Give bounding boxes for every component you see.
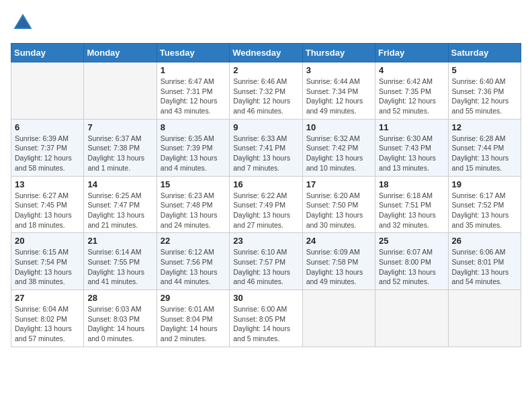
day-number: 26	[452, 236, 517, 246]
day-info: Sunrise: 6:37 AM Sunset: 7:38 PM Dayligh…	[87, 134, 152, 173]
calendar-cell: 21Sunrise: 6:14 AM Sunset: 7:55 PM Dayli…	[84, 233, 157, 290]
day-info: Sunrise: 6:28 AM Sunset: 7:44 PM Dayligh…	[452, 134, 517, 173]
day-info: Sunrise: 6:04 AM Sunset: 8:02 PM Dayligh…	[15, 304, 80, 344]
day-number: 15	[161, 179, 226, 189]
weekday-header: Saturday	[448, 44, 521, 62]
day-number: 1	[161, 65, 226, 75]
day-info: Sunrise: 6:30 AM Sunset: 7:43 PM Dayligh…	[379, 134, 444, 173]
day-number: 2	[233, 65, 298, 75]
day-info: Sunrise: 6:00 AM Sunset: 8:05 PM Dayligh…	[233, 304, 298, 344]
weekday-header: Friday	[375, 44, 448, 62]
day-number: 19	[452, 179, 517, 189]
calendar-cell: 5Sunrise: 6:40 AM Sunset: 7:36 PM Daylig…	[448, 62, 521, 120]
day-number: 11	[379, 122, 444, 132]
calendar: SundayMondayTuesdayWednesdayThursdayFrid…	[11, 43, 521, 347]
calendar-cell: 20Sunrise: 6:15 AM Sunset: 7:54 PM Dayli…	[11, 233, 84, 290]
day-number: 8	[161, 122, 226, 132]
day-info: Sunrise: 6:44 AM Sunset: 7:34 PM Dayligh…	[306, 77, 371, 116]
day-info: Sunrise: 6:20 AM Sunset: 7:50 PM Dayligh…	[306, 191, 371, 230]
day-info: Sunrise: 6:27 AM Sunset: 7:45 PM Dayligh…	[15, 191, 80, 230]
weekday-header: Thursday	[302, 44, 375, 62]
calendar-cell: 1Sunrise: 6:47 AM Sunset: 7:31 PM Daylig…	[157, 62, 229, 120]
day-info: Sunrise: 6:18 AM Sunset: 7:51 PM Dayligh…	[379, 191, 444, 230]
calendar-cell: 14Sunrise: 6:25 AM Sunset: 7:47 PM Dayli…	[84, 176, 157, 233]
weekday-header: Tuesday	[157, 44, 229, 62]
day-info: Sunrise: 6:12 AM Sunset: 7:56 PM Dayligh…	[161, 247, 226, 287]
calendar-cell: 4Sunrise: 6:42 AM Sunset: 7:35 PM Daylig…	[375, 62, 448, 120]
day-info: Sunrise: 6:42 AM Sunset: 7:35 PM Dayligh…	[379, 77, 444, 116]
day-number: 24	[306, 236, 371, 246]
calendar-cell: 28Sunrise: 6:03 AM Sunset: 8:03 PM Dayli…	[84, 290, 157, 347]
calendar-cell: 15Sunrise: 6:23 AM Sunset: 7:48 PM Dayli…	[157, 176, 229, 233]
day-info: Sunrise: 6:06 AM Sunset: 8:01 PM Dayligh…	[452, 247, 517, 287]
calendar-cell: 19Sunrise: 6:17 AM Sunset: 7:52 PM Dayli…	[448, 176, 521, 233]
day-number: 5	[452, 65, 517, 75]
day-number: 21	[87, 236, 152, 246]
day-number: 28	[87, 293, 152, 303]
calendar-cell	[448, 290, 521, 347]
calendar-cell: 10Sunrise: 6:32 AM Sunset: 7:42 PM Dayli…	[302, 119, 375, 176]
day-number: 18	[379, 179, 444, 189]
calendar-cell: 13Sunrise: 6:27 AM Sunset: 7:45 PM Dayli…	[11, 176, 84, 233]
calendar-cell: 23Sunrise: 6:10 AM Sunset: 7:57 PM Dayli…	[230, 233, 302, 290]
calendar-cell: 22Sunrise: 6:12 AM Sunset: 7:56 PM Dayli…	[157, 233, 229, 290]
calendar-cell: 8Sunrise: 6:35 AM Sunset: 7:39 PM Daylig…	[157, 119, 229, 176]
day-number: 29	[161, 293, 226, 303]
day-number: 23	[233, 236, 298, 246]
day-number: 7	[87, 122, 152, 132]
day-number: 3	[306, 65, 371, 75]
weekday-header: Sunday	[11, 44, 84, 62]
calendar-cell	[11, 62, 84, 120]
day-info: Sunrise: 6:09 AM Sunset: 7:58 PM Dayligh…	[306, 247, 371, 287]
calendar-cell	[302, 290, 375, 347]
day-number: 12	[452, 122, 517, 132]
day-info: Sunrise: 6:25 AM Sunset: 7:47 PM Dayligh…	[87, 191, 152, 230]
day-number: 17	[306, 179, 371, 189]
calendar-cell: 26Sunrise: 6:06 AM Sunset: 8:01 PM Dayli…	[448, 233, 521, 290]
calendar-cell: 16Sunrise: 6:22 AM Sunset: 7:49 PM Dayli…	[230, 176, 302, 233]
day-info: Sunrise: 6:01 AM Sunset: 8:04 PM Dayligh…	[161, 304, 226, 344]
weekday-header: Wednesday	[230, 44, 302, 62]
day-info: Sunrise: 6:40 AM Sunset: 7:36 PM Dayligh…	[452, 77, 517, 116]
day-info: Sunrise: 6:14 AM Sunset: 7:55 PM Dayligh…	[87, 247, 152, 287]
day-number: 25	[379, 236, 444, 246]
day-number: 6	[15, 122, 80, 132]
calendar-cell: 12Sunrise: 6:28 AM Sunset: 7:44 PM Dayli…	[448, 119, 521, 176]
day-info: Sunrise: 6:47 AM Sunset: 7:31 PM Dayligh…	[161, 77, 226, 116]
day-info: Sunrise: 6:46 AM Sunset: 7:32 PM Dayligh…	[233, 77, 298, 116]
calendar-cell: 25Sunrise: 6:07 AM Sunset: 8:00 PM Dayli…	[375, 233, 448, 290]
calendar-cell: 29Sunrise: 6:01 AM Sunset: 8:04 PM Dayli…	[157, 290, 229, 347]
day-number: 27	[15, 293, 80, 303]
day-number: 30	[233, 293, 298, 303]
calendar-cell: 9Sunrise: 6:33 AM Sunset: 7:41 PM Daylig…	[230, 119, 302, 176]
calendar-cell: 6Sunrise: 6:39 AM Sunset: 7:37 PM Daylig…	[11, 119, 84, 176]
day-info: Sunrise: 6:15 AM Sunset: 7:54 PM Dayligh…	[15, 247, 80, 287]
day-info: Sunrise: 6:33 AM Sunset: 7:41 PM Dayligh…	[233, 134, 298, 173]
calendar-cell: 7Sunrise: 6:37 AM Sunset: 7:38 PM Daylig…	[84, 119, 157, 176]
day-info: Sunrise: 6:35 AM Sunset: 7:39 PM Dayligh…	[161, 134, 226, 173]
day-number: 10	[306, 122, 371, 132]
day-number: 16	[233, 179, 298, 189]
calendar-cell: 17Sunrise: 6:20 AM Sunset: 7:50 PM Dayli…	[302, 176, 375, 233]
day-info: Sunrise: 6:03 AM Sunset: 8:03 PM Dayligh…	[87, 304, 152, 344]
calendar-cell: 2Sunrise: 6:46 AM Sunset: 7:32 PM Daylig…	[230, 62, 302, 120]
day-info: Sunrise: 6:32 AM Sunset: 7:42 PM Dayligh…	[306, 134, 371, 173]
logo	[11, 11, 38, 35]
calendar-cell: 30Sunrise: 6:00 AM Sunset: 8:05 PM Dayli…	[230, 290, 302, 347]
day-number: 13	[15, 179, 80, 189]
day-info: Sunrise: 6:07 AM Sunset: 8:00 PM Dayligh…	[379, 247, 444, 287]
day-info: Sunrise: 6:17 AM Sunset: 7:52 PM Dayligh…	[452, 191, 517, 230]
day-number: 9	[233, 122, 298, 132]
day-info: Sunrise: 6:10 AM Sunset: 7:57 PM Dayligh…	[233, 247, 298, 287]
calendar-cell: 27Sunrise: 6:04 AM Sunset: 8:02 PM Dayli…	[11, 290, 84, 347]
logo-icon	[11, 11, 35, 35]
day-number: 20	[15, 236, 80, 246]
day-number: 14	[87, 179, 152, 189]
calendar-cell: 11Sunrise: 6:30 AM Sunset: 7:43 PM Dayli…	[375, 119, 448, 176]
day-number: 4	[379, 65, 444, 75]
calendar-cell: 18Sunrise: 6:18 AM Sunset: 7:51 PM Dayli…	[375, 176, 448, 233]
weekday-header: Monday	[84, 44, 157, 62]
day-info: Sunrise: 6:23 AM Sunset: 7:48 PM Dayligh…	[161, 191, 226, 230]
calendar-cell: 24Sunrise: 6:09 AM Sunset: 7:58 PM Dayli…	[302, 233, 375, 290]
day-info: Sunrise: 6:22 AM Sunset: 7:49 PM Dayligh…	[233, 191, 298, 230]
